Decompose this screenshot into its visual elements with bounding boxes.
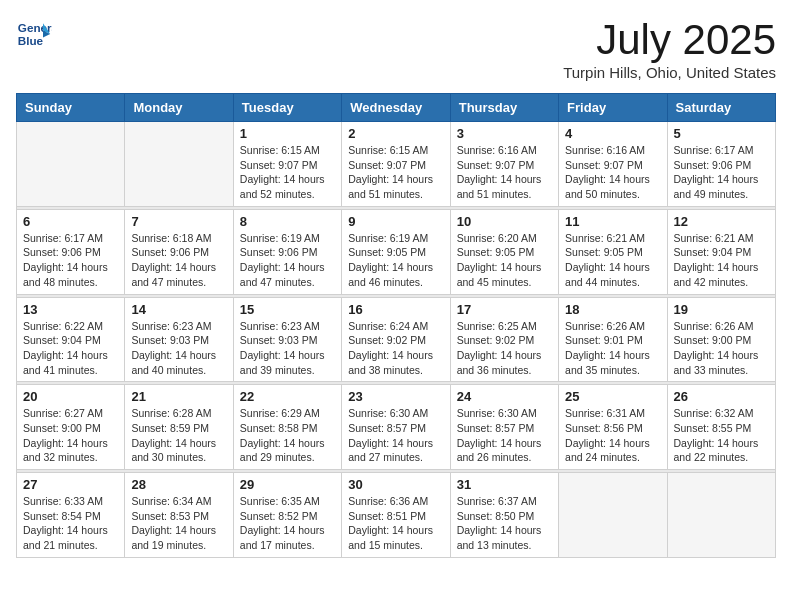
header-monday: Monday bbox=[125, 94, 233, 122]
calendar-week-row: 27 Sunrise: 6:33 AM Sunset: 8:54 PM Dayl… bbox=[17, 473, 776, 558]
day-info: Sunrise: 6:26 AM Sunset: 9:00 PM Dayligh… bbox=[674, 319, 769, 378]
sunrise-text: Sunrise: 6:18 AM bbox=[131, 232, 211, 244]
sunset-text: Sunset: 9:06 PM bbox=[674, 159, 752, 171]
daylight-text: Daylight: 14 hours and 21 minutes. bbox=[23, 524, 108, 551]
daylight-text: Daylight: 14 hours and 24 minutes. bbox=[565, 437, 650, 464]
day-number: 27 bbox=[23, 477, 118, 492]
daylight-text: Daylight: 14 hours and 45 minutes. bbox=[457, 261, 542, 288]
sunset-text: Sunset: 9:05 PM bbox=[565, 246, 643, 258]
sunset-text: Sunset: 9:05 PM bbox=[348, 246, 426, 258]
daylight-text: Daylight: 14 hours and 33 minutes. bbox=[674, 349, 759, 376]
table-row: 5 Sunrise: 6:17 AM Sunset: 9:06 PM Dayli… bbox=[667, 122, 775, 207]
table-row: 25 Sunrise: 6:31 AM Sunset: 8:56 PM Dayl… bbox=[559, 385, 667, 470]
table-row: 24 Sunrise: 6:30 AM Sunset: 8:57 PM Dayl… bbox=[450, 385, 558, 470]
sunset-text: Sunset: 8:52 PM bbox=[240, 510, 318, 522]
daylight-text: Daylight: 14 hours and 27 minutes. bbox=[348, 437, 433, 464]
daylight-text: Daylight: 14 hours and 32 minutes. bbox=[23, 437, 108, 464]
day-number: 29 bbox=[240, 477, 335, 492]
sunset-text: Sunset: 8:57 PM bbox=[457, 422, 535, 434]
month-title: July 2025 bbox=[563, 16, 776, 64]
title-section: July 2025 Turpin Hills, Ohio, United Sta… bbox=[563, 16, 776, 81]
day-number: 11 bbox=[565, 214, 660, 229]
table-row: 8 Sunrise: 6:19 AM Sunset: 9:06 PM Dayli… bbox=[233, 209, 341, 294]
daylight-text: Daylight: 14 hours and 40 minutes. bbox=[131, 349, 216, 376]
daylight-text: Daylight: 14 hours and 29 minutes. bbox=[240, 437, 325, 464]
day-info: Sunrise: 6:36 AM Sunset: 8:51 PM Dayligh… bbox=[348, 494, 443, 553]
day-info: Sunrise: 6:30 AM Sunset: 8:57 PM Dayligh… bbox=[348, 406, 443, 465]
sunset-text: Sunset: 9:00 PM bbox=[23, 422, 101, 434]
day-info: Sunrise: 6:16 AM Sunset: 9:07 PM Dayligh… bbox=[457, 143, 552, 202]
table-row: 31 Sunrise: 6:37 AM Sunset: 8:50 PM Dayl… bbox=[450, 473, 558, 558]
table-row: 23 Sunrise: 6:30 AM Sunset: 8:57 PM Dayl… bbox=[342, 385, 450, 470]
table-row: 2 Sunrise: 6:15 AM Sunset: 9:07 PM Dayli… bbox=[342, 122, 450, 207]
table-row: 15 Sunrise: 6:23 AM Sunset: 9:03 PM Dayl… bbox=[233, 297, 341, 382]
sunset-text: Sunset: 9:07 PM bbox=[240, 159, 318, 171]
day-info: Sunrise: 6:23 AM Sunset: 9:03 PM Dayligh… bbox=[131, 319, 226, 378]
table-row: 16 Sunrise: 6:24 AM Sunset: 9:02 PM Dayl… bbox=[342, 297, 450, 382]
table-row: 13 Sunrise: 6:22 AM Sunset: 9:04 PM Dayl… bbox=[17, 297, 125, 382]
day-number: 24 bbox=[457, 389, 552, 404]
table-row: 29 Sunrise: 6:35 AM Sunset: 8:52 PM Dayl… bbox=[233, 473, 341, 558]
day-number: 21 bbox=[131, 389, 226, 404]
day-info: Sunrise: 6:15 AM Sunset: 9:07 PM Dayligh… bbox=[240, 143, 335, 202]
day-info: Sunrise: 6:19 AM Sunset: 9:05 PM Dayligh… bbox=[348, 231, 443, 290]
sunrise-text: Sunrise: 6:28 AM bbox=[131, 407, 211, 419]
day-info: Sunrise: 6:32 AM Sunset: 8:55 PM Dayligh… bbox=[674, 406, 769, 465]
table-row: 10 Sunrise: 6:20 AM Sunset: 9:05 PM Dayl… bbox=[450, 209, 558, 294]
logo: General Blue bbox=[16, 16, 52, 52]
day-number: 6 bbox=[23, 214, 118, 229]
daylight-text: Daylight: 14 hours and 48 minutes. bbox=[23, 261, 108, 288]
day-info: Sunrise: 6:18 AM Sunset: 9:06 PM Dayligh… bbox=[131, 231, 226, 290]
day-number: 9 bbox=[348, 214, 443, 229]
day-info: Sunrise: 6:15 AM Sunset: 9:07 PM Dayligh… bbox=[348, 143, 443, 202]
sunrise-text: Sunrise: 6:16 AM bbox=[565, 144, 645, 156]
day-number: 8 bbox=[240, 214, 335, 229]
sunset-text: Sunset: 9:02 PM bbox=[348, 334, 426, 346]
sunrise-text: Sunrise: 6:15 AM bbox=[240, 144, 320, 156]
sunset-text: Sunset: 8:55 PM bbox=[674, 422, 752, 434]
sunrise-text: Sunrise: 6:26 AM bbox=[565, 320, 645, 332]
day-number: 4 bbox=[565, 126, 660, 141]
header-friday: Friday bbox=[559, 94, 667, 122]
table-row bbox=[125, 122, 233, 207]
calendar-week-row: 6 Sunrise: 6:17 AM Sunset: 9:06 PM Dayli… bbox=[17, 209, 776, 294]
table-row: 22 Sunrise: 6:29 AM Sunset: 8:58 PM Dayl… bbox=[233, 385, 341, 470]
day-info: Sunrise: 6:16 AM Sunset: 9:07 PM Dayligh… bbox=[565, 143, 660, 202]
day-number: 20 bbox=[23, 389, 118, 404]
table-row: 30 Sunrise: 6:36 AM Sunset: 8:51 PM Dayl… bbox=[342, 473, 450, 558]
sunrise-text: Sunrise: 6:24 AM bbox=[348, 320, 428, 332]
sunrise-text: Sunrise: 6:30 AM bbox=[457, 407, 537, 419]
table-row: 1 Sunrise: 6:15 AM Sunset: 9:07 PM Dayli… bbox=[233, 122, 341, 207]
sunrise-text: Sunrise: 6:37 AM bbox=[457, 495, 537, 507]
table-row bbox=[17, 122, 125, 207]
day-number: 15 bbox=[240, 302, 335, 317]
sunset-text: Sunset: 8:50 PM bbox=[457, 510, 535, 522]
day-info: Sunrise: 6:25 AM Sunset: 9:02 PM Dayligh… bbox=[457, 319, 552, 378]
calendar-header-row: Sunday Monday Tuesday Wednesday Thursday… bbox=[17, 94, 776, 122]
daylight-text: Daylight: 14 hours and 51 minutes. bbox=[457, 173, 542, 200]
sunrise-text: Sunrise: 6:21 AM bbox=[674, 232, 754, 244]
sunrise-text: Sunrise: 6:29 AM bbox=[240, 407, 320, 419]
day-number: 1 bbox=[240, 126, 335, 141]
day-number: 18 bbox=[565, 302, 660, 317]
sunset-text: Sunset: 9:07 PM bbox=[348, 159, 426, 171]
sunset-text: Sunset: 9:07 PM bbox=[457, 159, 535, 171]
sunset-text: Sunset: 9:03 PM bbox=[240, 334, 318, 346]
day-info: Sunrise: 6:31 AM Sunset: 8:56 PM Dayligh… bbox=[565, 406, 660, 465]
table-row: 19 Sunrise: 6:26 AM Sunset: 9:00 PM Dayl… bbox=[667, 297, 775, 382]
sunset-text: Sunset: 9:04 PM bbox=[674, 246, 752, 258]
sunrise-text: Sunrise: 6:33 AM bbox=[23, 495, 103, 507]
sunset-text: Sunset: 8:54 PM bbox=[23, 510, 101, 522]
sunset-text: Sunset: 9:06 PM bbox=[131, 246, 209, 258]
sunrise-text: Sunrise: 6:32 AM bbox=[674, 407, 754, 419]
table-row: 12 Sunrise: 6:21 AM Sunset: 9:04 PM Dayl… bbox=[667, 209, 775, 294]
daylight-text: Daylight: 14 hours and 26 minutes. bbox=[457, 437, 542, 464]
daylight-text: Daylight: 14 hours and 15 minutes. bbox=[348, 524, 433, 551]
table-row: 17 Sunrise: 6:25 AM Sunset: 9:02 PM Dayl… bbox=[450, 297, 558, 382]
sunrise-text: Sunrise: 6:23 AM bbox=[131, 320, 211, 332]
daylight-text: Daylight: 14 hours and 42 minutes. bbox=[674, 261, 759, 288]
svg-text:Blue: Blue bbox=[18, 34, 44, 47]
day-info: Sunrise: 6:33 AM Sunset: 8:54 PM Dayligh… bbox=[23, 494, 118, 553]
daylight-text: Daylight: 14 hours and 41 minutes. bbox=[23, 349, 108, 376]
location: Turpin Hills, Ohio, United States bbox=[563, 64, 776, 81]
